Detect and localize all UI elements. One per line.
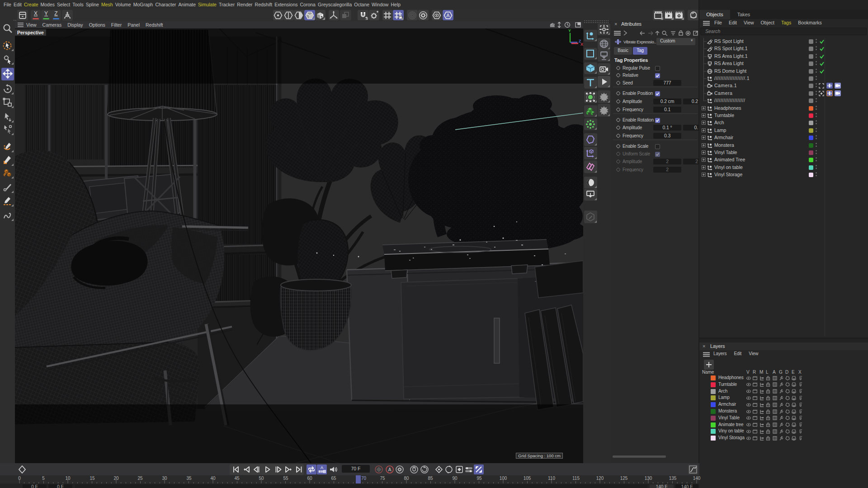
svg-text:A: A (321, 465, 323, 470)
svg-text:Y: Y (568, 28, 571, 33)
svg-text:A: A (446, 13, 450, 18)
svg-text:A: A (388, 467, 392, 472)
